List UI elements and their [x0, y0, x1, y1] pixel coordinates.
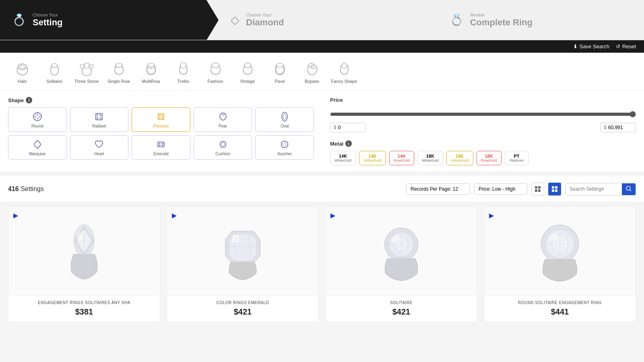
metal-18k-white[interactable]: 18K WhiteGold	[417, 151, 443, 165]
svg-rect-51	[538, 189, 541, 192]
save-search-button[interactable]: ⬇ Save Search	[573, 43, 609, 49]
svg-rect-39	[158, 142, 164, 147]
wizard-step-setting-text: Choose Your Setting	[33, 12, 63, 28]
video-icon-2: ▶	[172, 212, 177, 219]
product-img-4	[484, 207, 636, 295]
price-filter-label: Price	[330, 97, 636, 103]
metal-14k-white[interactable]: 14K WhiteGold	[330, 151, 356, 165]
wizard-step-setting[interactable]: 💍 Choose Your Setting	[0, 0, 206, 40]
wizard-step-diamond[interactable]: ◇ Choose Your Diamond	[206, 0, 425, 40]
list-view-button[interactable]	[548, 183, 561, 195]
svg-rect-4	[80, 64, 83, 68]
product-card-3[interactable]: ▶ SOLITAIRE $421	[325, 206, 477, 322]
style-fashion[interactable]: Fashion	[201, 59, 229, 84]
wizard-step-review-text: Review Complete Ring	[470, 12, 533, 28]
results-count: 416 Settings	[8, 185, 44, 193]
svg-point-2	[52, 64, 57, 68]
svg-rect-26	[96, 113, 102, 120]
metal-grid: 14K WhiteGold 14K YellowGold 14K RoseGol…	[330, 151, 636, 165]
svg-rect-49	[538, 186, 541, 189]
price-filter-group: Price $ $ Metal i 14K WhiteGo	[330, 97, 636, 165]
svg-rect-3	[85, 63, 89, 68]
metal-filter-group: Metal i 14K WhiteGold 14K YellowGold 14K…	[330, 140, 636, 165]
metal-14k-yellow[interactable]: 14K YellowGold	[359, 151, 386, 165]
metal-18k-rose[interactable]: 18K RoseGold	[477, 151, 502, 165]
style-pave[interactable]: Pave	[266, 59, 294, 84]
wizard-arrow-2	[425, 0, 438, 40]
setting-search-button[interactable]	[622, 183, 636, 195]
metal-platinum[interactable]: PT Platinum	[505, 151, 529, 165]
shape-round[interactable]: Round	[8, 107, 67, 132]
wizard-header: 💍 Choose Your Setting ◇ Choose Your Diam…	[0, 0, 644, 40]
save-icon: ⬇	[573, 43, 578, 49]
style-filters: Halo Solitaire Three Stone	[0, 53, 644, 90]
grid-view-button[interactable]	[531, 183, 544, 195]
results-controls: Records Per Page: 12 Records Per Page: 2…	[406, 183, 636, 195]
style-single-row[interactable]: Single Row	[105, 59, 133, 84]
single-row-ring-img	[107, 59, 131, 77]
style-three-stone[interactable]: Three Stone	[72, 59, 101, 84]
shape-info-icon[interactable]: i	[26, 97, 32, 103]
product-info-1: ENGAGEMENT RINGS SOLITAIRES ANY SHA $381	[8, 295, 160, 321]
shape-emerald[interactable]: Emerald	[132, 135, 190, 160]
metal-14k-rose[interactable]: 14K RoseGold	[389, 151, 414, 165]
price-min-input[interactable]	[338, 125, 362, 130]
product-info-3: SOLITAIRE $421	[326, 295, 477, 321]
product-card-4[interactable]: ▶ ROUND SOLITAIRE ENG	[484, 206, 636, 322]
style-multirow[interactable]: MultiRow	[137, 59, 165, 84]
svg-rect-31	[158, 114, 164, 119]
sort-select[interactable]: Price: Low - High Price: High - Low Newe…	[474, 183, 527, 195]
vintage-ring-img	[235, 59, 260, 77]
setting-search-input[interactable]	[566, 183, 622, 195]
style-trellis[interactable]: Trellis	[169, 59, 197, 84]
results-header: 416 Settings Records Per Page: 12 Record…	[0, 176, 644, 202]
setting-search-wrap	[565, 183, 636, 195]
price-max-input[interactable]	[608, 125, 632, 130]
metal-info-icon[interactable]: i	[345, 140, 352, 147]
shape-heart[interactable]: Heart	[70, 135, 129, 160]
product-card-1[interactable]: ▶ ENGAGEMENT RINGS SOLITAIRES ANY SHA $3…	[8, 206, 160, 322]
products-grid: ▶ ENGAGEMENT RINGS SOLITAIRES ANY SHA $3…	[0, 206, 644, 330]
shape-filter-group: Shape i Round	[8, 97, 314, 165]
fancy-shape-ring-img	[332, 59, 356, 77]
price-min-wrap: $	[330, 123, 366, 132]
reset-icon: ↺	[616, 43, 620, 49]
svg-point-14	[245, 67, 246, 68]
svg-rect-54	[552, 189, 554, 192]
shape-filter-label: Shape i	[8, 97, 314, 103]
price-range-slider[interactable]	[330, 111, 636, 117]
shape-oval[interactable]: Oval	[255, 107, 314, 132]
per-page-select[interactable]: Records Per Page: 12 Records Per Page: 2…	[406, 183, 470, 195]
product-img-3	[326, 207, 477, 295]
multirow-ring-img	[139, 59, 163, 77]
metal-18k-yellow[interactable]: 18K YellowGold	[446, 151, 473, 165]
product-card-2[interactable]: ▶ COLOR RINGS EMERALD $421	[167, 206, 319, 322]
style-bypass[interactable]: Bypass	[298, 59, 326, 84]
svg-marker-46	[281, 141, 288, 148]
setting-icon: 💍	[12, 13, 26, 27]
shape-asscher[interactable]: Asscher	[255, 135, 314, 160]
wizard-arrow-1	[206, 0, 219, 40]
diamond-icon: ◇	[231, 13, 239, 27]
shape-cushion[interactable]: Cushion	[194, 135, 252, 160]
shape-pear[interactable]: Pear	[194, 107, 252, 132]
solitaire-ring-img	[42, 59, 66, 77]
svg-rect-52	[552, 186, 554, 189]
product-img-2	[167, 207, 318, 295]
price-max-wrap: $	[600, 123, 636, 132]
style-fancy-shape[interactable]: Fancy Shape	[330, 59, 358, 84]
style-solitaire[interactable]: Solitaire	[40, 59, 68, 84]
bypass-ring-img	[300, 59, 324, 77]
style-vintage[interactable]: Vintage	[233, 59, 262, 84]
sort-select-wrap: Price: Low - High Price: High - Low Newe…	[474, 183, 527, 195]
reset-button[interactable]: ↺ Reset	[616, 43, 636, 49]
shape-radiant[interactable]: Radiant	[70, 107, 129, 132]
shape-princess[interactable]: Princess	[132, 107, 190, 132]
filters-section: Shape i Round	[0, 90, 644, 172]
svg-marker-19	[341, 62, 347, 68]
svg-point-56	[626, 186, 630, 190]
style-halo[interactable]: Halo	[8, 59, 36, 84]
wizard-step-review[interactable]: 💍 Review Complete Ring	[425, 0, 644, 40]
toolbar: ⬇ Save Search ↺ Reset	[0, 40, 644, 53]
shape-marquise[interactable]: Marquise	[8, 135, 67, 160]
